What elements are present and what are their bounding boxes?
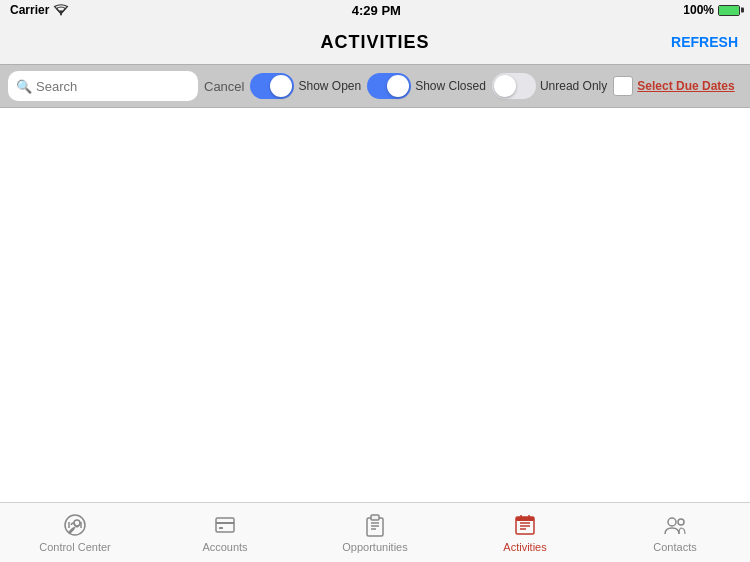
unread-only-thumb [494,75,516,97]
unread-only-group: Unread Only [492,73,607,99]
svg-point-19 [678,519,684,525]
due-dates-checkbox[interactable] [613,76,633,96]
header: ACTIVITIES REFRESH [0,20,750,64]
carrier-label: Carrier [10,3,49,17]
show-closed-thumb [387,75,409,97]
due-dates-group: Select Due Dates [613,76,734,96]
time-display: 4:29 PM [352,3,401,18]
battery-percent: 100% [683,3,714,17]
battery-icon [718,5,740,16]
tab-contacts[interactable]: Contacts [635,512,715,553]
filter-bar: 🔍 Cancel Show Open Show Closed Unread On… [0,64,750,108]
unread-only-toggle[interactable] [492,73,536,99]
search-icon: 🔍 [16,79,32,94]
battery-fill [719,6,739,15]
tab-contacts-label: Contacts [653,541,696,553]
tab-opportunities-label: Opportunities [342,541,407,553]
svg-rect-3 [216,518,234,532]
contacts-icon [662,512,688,538]
svg-point-2 [74,520,80,526]
activities-icon [512,512,538,538]
tab-accounts[interactable]: Accounts [185,512,265,553]
refresh-button[interactable]: REFRESH [671,34,738,50]
status-bar: Carrier 4:29 PM 100% [0,0,750,20]
unread-only-label: Unread Only [540,79,607,93]
control-center-icon [62,512,88,538]
tab-opportunities[interactable]: Opportunities [335,512,415,553]
show-closed-group: Show Closed [367,73,486,99]
svg-point-18 [668,518,676,526]
cancel-button[interactable]: Cancel [204,79,244,94]
show-closed-toggle[interactable] [367,73,411,99]
tab-accounts-label: Accounts [202,541,247,553]
opportunities-icon [362,512,388,538]
show-open-label: Show Open [298,79,361,93]
tab-bar: Control Center Accounts Opportunities [0,502,750,562]
tab-activities[interactable]: Activities [485,512,565,553]
status-right: 100% [683,3,740,17]
show-closed-label: Show Closed [415,79,486,93]
search-container: 🔍 [8,71,198,101]
tab-activities-label: Activities [503,541,546,553]
page-title: ACTIVITIES [320,32,429,53]
show-open-thumb [270,75,292,97]
tab-control-center[interactable]: Control Center [35,512,115,553]
svg-rect-5 [219,527,223,529]
svg-rect-15 [516,517,534,521]
select-due-dates-label[interactable]: Select Due Dates [637,79,734,93]
svg-rect-10 [371,515,379,520]
show-open-toggle[interactable] [250,73,294,99]
svg-point-0 [60,14,62,16]
status-left: Carrier [10,3,69,17]
main-content [0,108,750,502]
wifi-icon [53,4,69,16]
search-input[interactable] [36,79,190,94]
svg-rect-4 [216,522,234,524]
show-open-group: Show Open [250,73,361,99]
tab-control-center-label: Control Center [39,541,111,553]
accounts-icon [212,512,238,538]
